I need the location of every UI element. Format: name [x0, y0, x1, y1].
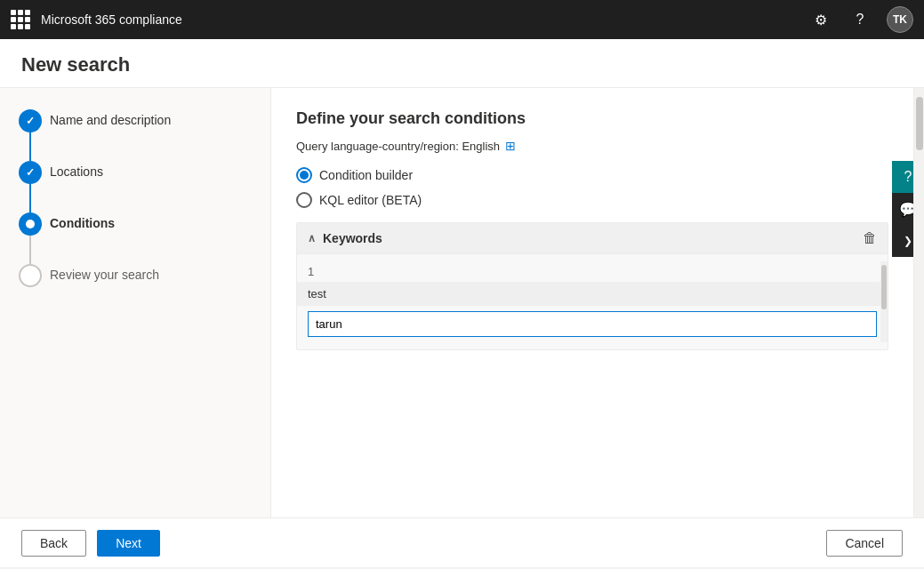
- keyword-row-value: test: [297, 282, 888, 306]
- float-chat-icon[interactable]: 💬: [892, 193, 913, 225]
- page-header: New search: [0, 39, 924, 88]
- wizard-step-name: ✓ Name and description: [18, 109, 253, 161]
- query-language-row: Query language-country/region: English ⊞: [296, 139, 888, 153]
- step-circle-conditions: [19, 212, 42, 236]
- keywords-header: ∧ Keywords 🗑: [297, 223, 888, 254]
- page-title: New search: [21, 53, 903, 76]
- main-scrollbar-thumb: [916, 97, 923, 150]
- step-circle-locations: ✓: [19, 161, 42, 184]
- keywords-title: Keywords: [323, 231, 382, 245]
- float-panel: ? 💬 ❯: [892, 161, 913, 257]
- wizard-steps-list: ✓ Name and description ✓ Loc: [18, 109, 253, 287]
- radio-circle-kql-editor: [296, 192, 312, 208]
- checkmark-icon: ✓: [26, 115, 35, 127]
- keywords-body: 1 test: [297, 254, 888, 349]
- step-circle-review: [19, 264, 42, 287]
- topbar: Microsoft 365 compliance ⚙ ? TK: [0, 0, 924, 39]
- radio-label-condition-builder: Condition builder: [319, 168, 413, 182]
- section-title: Define your search conditions: [296, 109, 888, 128]
- filter-settings-icon[interactable]: ⊞: [505, 139, 516, 153]
- keyword-row-number: 1: [297, 261, 888, 282]
- topbar-icons: ⚙ ? TK: [808, 6, 913, 33]
- float-expand-icon[interactable]: ❯: [892, 225, 913, 257]
- collapse-icon[interactable]: ∧: [308, 232, 316, 244]
- keywords-scroll-area[interactable]: 1 test: [297, 261, 888, 342]
- keyword-input[interactable]: [308, 311, 877, 337]
- app-launcher-icon[interactable]: [11, 10, 30, 29]
- wizard-step-conditions: Conditions: [18, 212, 253, 264]
- help-icon[interactable]: ?: [848, 7, 872, 32]
- radio-group: Condition builder KQL editor (BETA): [296, 167, 888, 208]
- main-scrollbar[interactable]: [913, 88, 924, 517]
- step-label-review: Review your search: [43, 264, 159, 282]
- main-content: ✓ Name and description ✓ Loc: [0, 88, 924, 517]
- keyword-input-row: [297, 306, 888, 342]
- step-label-locations: Locations: [43, 161, 103, 179]
- inner-scrollbar-thumb: [881, 265, 887, 309]
- wizard-step-locations: ✓ Locations: [18, 161, 253, 212]
- radio-condition-builder[interactable]: Condition builder: [296, 167, 888, 183]
- action-bar: Back Next Cancel: [0, 517, 924, 567]
- inner-scrollbar-track: [880, 261, 888, 342]
- step-label-conditions: Conditions: [43, 212, 115, 230]
- avatar[interactable]: TK: [887, 6, 913, 33]
- settings-icon[interactable]: ⚙: [808, 7, 833, 32]
- cancel-button[interactable]: Cancel: [826, 530, 903, 557]
- checkmark-icon-2: ✓: [26, 166, 35, 179]
- wizard-sidebar: ✓ Name and description ✓ Loc: [0, 88, 271, 517]
- content-panel: Define your search conditions Query lang…: [271, 88, 913, 517]
- radio-kql-editor[interactable]: KQL editor (BETA): [296, 192, 888, 208]
- delete-keywords-icon[interactable]: 🗑: [863, 230, 877, 246]
- radio-circle-condition-builder: [296, 167, 312, 183]
- keywords-card: ∧ Keywords 🗑 1 test: [296, 222, 888, 350]
- float-help-icon[interactable]: ?: [892, 161, 913, 193]
- next-button[interactable]: Next: [97, 530, 160, 557]
- wizard-step-review: Review your search: [18, 264, 253, 287]
- query-language-text: Query language-country/region: English: [296, 140, 500, 153]
- step-circle-name: ✓: [19, 109, 42, 132]
- app-title: Microsoft 365 compliance: [41, 12, 798, 27]
- step-label-name: Name and description: [43, 109, 171, 127]
- radio-label-kql-editor: KQL editor (BETA): [319, 193, 422, 207]
- back-button[interactable]: Back: [21, 530, 86, 557]
